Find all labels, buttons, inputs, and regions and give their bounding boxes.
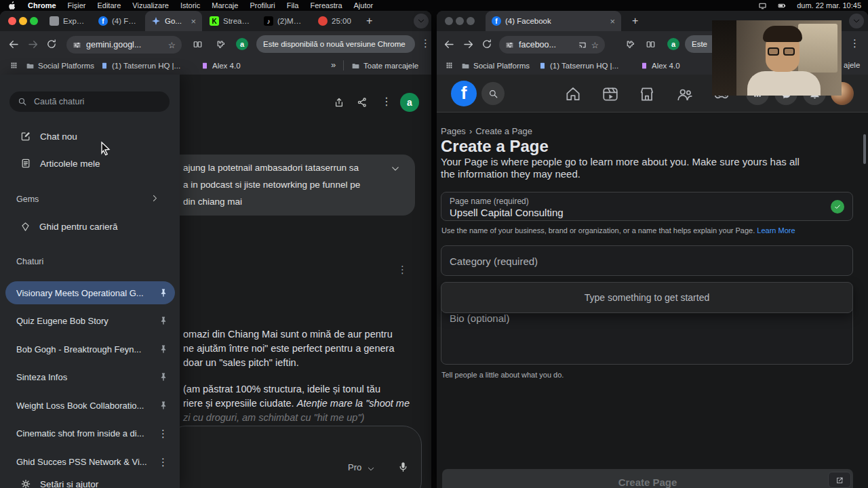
chat-item-menu-icon[interactable]: ⋮ [158,457,168,467]
menu-profiluri[interactable]: Profiluri [250,1,275,9]
share-chat-icon[interactable] [357,97,368,108]
pin-icon[interactable] [159,401,168,410]
minimize-window-button[interactable] [456,17,464,25]
tab-search-button[interactable] [414,14,429,28]
bookmark-star-icon[interactable]: ☆ [591,40,599,50]
bookmark-social-platforms[interactable]: Social Platforms [26,60,94,71]
tab-timer[interactable]: 25:00 [312,11,361,31]
apps-grid-icon[interactable] [9,61,18,70]
chat-item-3[interactable]: Sinteza Infos [5,365,175,388]
chrome-update-chip[interactable]: Este disponibilă o nouă versiune Chrome [256,35,415,53]
category-suggestions-dropdown[interactable]: Type something to get started [441,282,853,313]
chat-item-5[interactable]: Cinematic shot from inside a di... ⋮ [5,422,175,445]
menu-fila[interactable]: Fila [287,1,299,9]
webcam-overlay[interactable] [712,20,842,96]
browser-menu-icon[interactable]: ⋮ [420,38,431,48]
tab-close-icon[interactable]: × [191,16,196,26]
menu-istoric[interactable]: Istoric [180,1,200,9]
browser-menu-icon[interactable]: ⋮ [850,38,860,48]
chat-item-0[interactable]: Visionary Meets Operational G... [5,281,175,304]
tab-stream[interactable]: K Stream... [203,11,256,31]
new-chat-button[interactable]: Chat nou [20,131,77,142]
chat-item-6[interactable]: Ghid Succes PSS Network & Vi... ⋮ [5,450,175,473]
tab-gemini-active[interactable]: Go... × [145,11,202,31]
bookmark-alex[interactable]: Alex 4.0 [201,60,241,71]
chat-item-1[interactable]: Quiz Eugene Bob Story [5,309,175,332]
tab-facebook[interactable]: f (4) Fac... [92,11,144,31]
apps-grid-icon[interactable] [445,61,454,70]
new-tab-button[interactable]: + [632,15,638,27]
export-chat-icon[interactable] [334,97,344,108]
category-field[interactable]: Category (required) [441,245,853,276]
minimize-window-button[interactable] [19,17,27,25]
close-window-button[interactable] [8,17,16,25]
forward-icon[interactable] [462,39,474,50]
extensions-puzzle-icon[interactable] [624,39,634,49]
groups-icon[interactable] [676,85,694,103]
breadcrumb-pages[interactable]: Pages [441,126,466,136]
menu-marcaje[interactable]: Marcaje [212,1,238,9]
battery-icon[interactable] [776,1,787,10]
mic-icon[interactable] [397,461,409,472]
bookmark-alex[interactable]: Alex 4.0 [640,60,680,71]
menu-vizualizare[interactable]: Vizualizare [132,1,169,9]
site-settings-icon[interactable] [505,41,514,49]
split-view-icon[interactable] [193,39,203,49]
back-icon[interactable] [443,39,455,50]
bookmark-label-partial[interactable]: ajele [844,61,860,69]
tab-search-button[interactable] [849,14,864,28]
expand-prompt-icon[interactable] [391,164,400,174]
new-tab-button[interactable]: + [366,15,372,27]
chat-item-2[interactable]: Bob Gogh - Breaktrough Feyn... [5,338,175,361]
create-page-button[interactable]: Create Page [442,469,853,488]
menu-fereastra[interactable]: Fereastra [310,1,342,9]
zoom-window-button[interactable] [30,17,38,25]
chat-item-4[interactable]: Weight Loss Book Collaboratio... [5,394,175,417]
cast-icon[interactable] [578,41,587,49]
chat-item-menu-icon[interactable]: ⋮ [158,428,168,439]
pin-icon[interactable] [159,372,168,382]
settings-help-button[interactable]: Setări și ajutor [20,479,98,488]
facebook-logo[interactable]: f [451,81,477,106]
user-prompt-bubble[interactable]: ajung la potetnail ambasadori tataserrun… [167,155,415,216]
reload-icon[interactable] [481,39,492,49]
gems-expand-icon[interactable] [151,194,159,203]
tab-close-icon[interactable]: × [610,16,615,26]
zoom-window-button[interactable] [467,17,475,25]
popout-button[interactable] [828,472,851,488]
reload-icon[interactable] [46,39,57,49]
apple-menu-icon[interactable] [8,1,16,10]
chrome-profile-avatar[interactable]: a [236,38,248,50]
tab-experi[interactable]: Experi... [43,11,91,31]
bookmarks-overflow-icon[interactable]: » [331,60,336,70]
all-bookmarks[interactable]: Toate marcajele [351,60,418,71]
pin-icon[interactable] [159,344,168,354]
gem-item-career[interactable]: Ghid pentru carieră [20,222,118,232]
chat-search-input[interactable] [34,97,149,106]
marketplace-icon[interactable] [638,85,656,103]
learn-more-link[interactable]: Learn More [757,226,795,235]
address-bar[interactable]: faceboo... ☆ [499,36,605,54]
menubar-clock[interactable]: dum. 22 mar. 10:45 [797,1,861,9]
bookmark-star-icon[interactable]: ☆ [168,40,176,50]
tab-facebook-active[interactable]: f (4) Facebook × [486,11,621,31]
model-chevron-icon[interactable] [367,465,375,473]
site-settings-icon[interactable] [73,41,81,49]
address-bar[interactable]: gemini.googl... ☆ [66,36,182,54]
menu-editare[interactable]: Editare [97,1,121,9]
chat-search[interactable] [9,92,170,112]
chrome-profile-avatar[interactable]: a [667,38,679,50]
facebook-search-button[interactable] [481,82,505,105]
tab-mrf[interactable]: ♪ (2)MRF... [258,11,311,31]
prompt-input-box[interactable] [167,426,422,488]
close-window-button[interactable] [445,17,453,25]
model-selector[interactable]: Pro [348,462,361,472]
menu-ajutor[interactable]: Ajutor [354,1,374,9]
pin-icon[interactable] [159,288,168,298]
pin-icon[interactable] [159,316,168,325]
home-icon[interactable] [564,85,582,103]
bookmark-tatserrun[interactable]: (1) Tatserrun HQ |... [100,60,180,71]
back-icon[interactable] [8,39,20,50]
my-articles-button[interactable]: Articolele mele [20,158,100,169]
forward-icon[interactable] [27,39,39,50]
